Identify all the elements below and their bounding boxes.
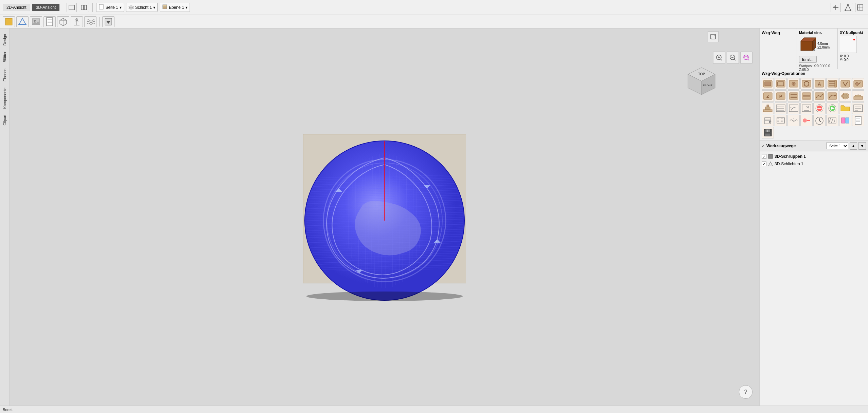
triangle-tool[interactable]	[16, 16, 29, 27]
schicht-icon	[128, 4, 134, 11]
svg-line-142	[734, 59, 736, 60]
sidebar-item-clipart[interactable]: Clipart	[1, 112, 8, 128]
op-go-btn[interactable]	[826, 102, 838, 114]
sidebar-item-komponente[interactable]: Komponente	[1, 85, 8, 111]
xy-null-section: XY-Nullpunkt X: 0.0 Y: 0.0	[837, 29, 868, 69]
view-3d-button[interactable]: 3D-Ansicht	[32, 4, 60, 11]
ebene-dropdown[interactable]: Ebene 1 ▾	[160, 3, 190, 12]
seite-label: Seite 1	[105, 5, 118, 10]
op-prism-btn[interactable]	[762, 102, 774, 114]
svg-rect-178	[802, 93, 811, 99]
tp-up-btn[interactable]: ▲	[850, 142, 857, 150]
op-hatch-btn[interactable]	[775, 115, 787, 126]
zoom-out-btn[interactable]	[727, 52, 739, 64]
op-profile2-btn[interactable]: P	[775, 90, 787, 102]
right-panel-top: Wzg-Weg Material einr.	[760, 29, 868, 69]
svg-point-186	[843, 94, 848, 98]
op-copy-btn[interactable]	[762, 115, 774, 126]
grid-btn[interactable]	[855, 3, 865, 12]
cube-tool[interactable]	[57, 16, 69, 27]
page-select[interactable]: Seite 1	[826, 143, 848, 149]
crosshair-icon-btn[interactable]	[831, 3, 841, 12]
layout-split-btn[interactable]	[79, 3, 89, 12]
svg-rect-233	[846, 118, 849, 123]
layout-single-btn[interactable]	[67, 3, 77, 12]
material-preview: 4.0mm 22.0mm	[799, 36, 835, 55]
svg-point-13	[850, 10, 851, 11]
toolpath-header: ✓ Werkzeugwege Seite 1 ▲ ▼	[760, 141, 868, 151]
op-3d-rough-btn[interactable]	[813, 90, 826, 102]
op-text-btn[interactable]: A	[813, 78, 826, 90]
tp2-icon	[768, 161, 773, 167]
svg-rect-153	[765, 82, 771, 86]
circle-piece	[301, 137, 468, 304]
sidebar-item-blaetter[interactable]: Blätter	[1, 49, 8, 65]
op-profile-btn[interactable]	[775, 78, 787, 90]
tp2-checkbox[interactable]: ✓	[762, 162, 766, 166]
op-wave2-btn[interactable]	[787, 115, 800, 126]
svg-point-22	[18, 24, 20, 25]
op-3d-detail-btn[interactable]	[839, 90, 851, 102]
startpos-text: Startpos:	[799, 64, 813, 68]
op-pocket-btn[interactable]	[762, 78, 774, 90]
fit-view-btn[interactable]	[708, 31, 719, 42]
wzg-weg-section: Wzg-Weg	[760, 29, 797, 69]
op-circle-btn[interactable]	[800, 78, 813, 90]
help-button[interactable]: ?	[739, 385, 752, 399]
dim-4mm: 4.0mm	[817, 42, 830, 45]
sidebar-item-ebenen[interactable]: Ebenen	[1, 66, 8, 84]
op-document-btn[interactable]	[852, 115, 864, 126]
svg-point-24	[34, 20, 36, 22]
op-laser-btn[interactable]	[800, 115, 813, 126]
nav-cube[interactable]: TOP FRONT	[685, 66, 719, 100]
op-z-level-btn[interactable]: Z	[762, 90, 774, 102]
op-drill-btn[interactable]	[787, 78, 800, 90]
zoom-fit-btn[interactable]	[740, 52, 752, 64]
ebene-label: Ebene 1	[169, 5, 184, 10]
op-vcarve-btn[interactable]	[839, 78, 851, 90]
op-hatch2-btn[interactable]	[826, 115, 838, 126]
op-properties-btn[interactable]	[852, 102, 864, 114]
sidebar-item-design[interactable]: Design	[1, 31, 8, 48]
tp1-checkbox[interactable]: ✓	[762, 154, 766, 159]
anchor-tool[interactable]	[71, 16, 83, 27]
tp-down-btn[interactable]: ▼	[858, 142, 866, 150]
xy-y-value: Y: 0.0	[840, 58, 866, 62]
down-view-btn[interactable]	[102, 16, 114, 27]
svg-marker-11	[845, 5, 851, 10]
operations-section: Wzg-Weg-Operationen A	[760, 69, 868, 141]
toolpath-item-2[interactable]: ✓ 3D-Schlichten 1	[762, 160, 866, 168]
toolpath-item-1[interactable]: ✓ 3D-Schruppen 1	[762, 153, 866, 160]
op-timer-btn[interactable]	[813, 115, 826, 126]
op-toolpath-preview-btn[interactable]	[787, 102, 800, 114]
op-multipass-btn[interactable]	[787, 90, 800, 102]
view-2d-button[interactable]: 2D-Ansicht	[3, 4, 30, 11]
op-lines-btn[interactable]	[800, 90, 813, 102]
node-edit-btn[interactable]	[843, 3, 853, 12]
op-inlay-btn[interactable]	[852, 78, 864, 90]
op-stop-btn[interactable]	[813, 102, 826, 114]
svg-point-127	[306, 292, 463, 301]
svg-point-12	[847, 4, 849, 5]
svg-rect-242	[768, 154, 773, 158]
op-toolpath-list-btn[interactable]	[775, 102, 787, 114]
wave-tool[interactable]	[84, 16, 96, 27]
op-flute-btn[interactable]	[826, 78, 838, 90]
op-folder-btn[interactable]	[839, 102, 851, 114]
einst-button[interactable]: Einst...	[799, 56, 817, 63]
schicht-dropdown[interactable]: Schicht 1 ▾	[126, 3, 158, 12]
page-tool[interactable]	[43, 16, 56, 27]
svg-point-20	[22, 18, 23, 19]
seite-dropdown[interactable]: Seite 1 ▾	[96, 3, 124, 12]
zoom-in-btn[interactable]	[713, 52, 725, 64]
yellow-box-tool[interactable]	[3, 16, 15, 27]
op-dome-btn[interactable]	[852, 90, 864, 102]
op-toolpath-export-btn[interactable]	[800, 102, 813, 114]
op-color-btn[interactable]	[839, 115, 851, 126]
schicht-label: Schicht 1	[135, 5, 152, 10]
image-tool[interactable]	[30, 16, 42, 27]
op-3d-finish-btn[interactable]	[826, 90, 838, 102]
op-save-btn[interactable]	[762, 127, 774, 138]
svg-line-144	[748, 59, 749, 60]
svg-line-226	[819, 121, 821, 122]
